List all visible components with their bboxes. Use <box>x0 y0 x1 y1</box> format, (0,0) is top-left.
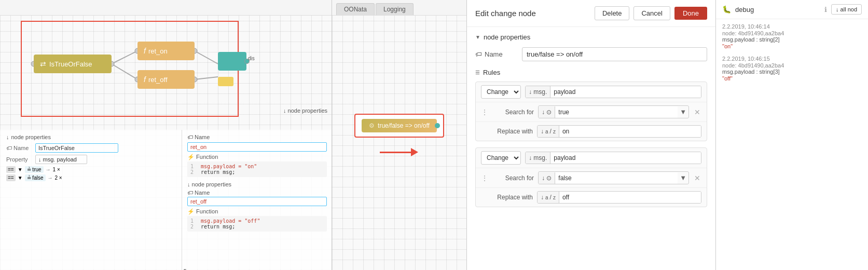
name-label-r: 🏷 Name <box>187 134 327 140</box>
rule-1-msg-group: ↓ msg. <box>525 86 701 98</box>
func-on-node[interactable]: f ret_on <box>137 42 195 60</box>
rule-1-replace-row: Replace with ↓ a/z <box>476 122 707 141</box>
debug-title-area: 🐛 debug <box>722 5 754 14</box>
rule-2-search-input[interactable] <box>555 172 678 184</box>
rule-1-search-row: ⋮ Search for ↓ ⊙ ▼ ✕ <box>476 102 707 122</box>
debug-value-1: "on" <box>722 43 862 49</box>
rule-1-close[interactable]: ✕ <box>693 107 701 117</box>
name-form-label: 🏷 Name <box>475 50 517 58</box>
tab-logging[interactable]: Logging <box>376 3 414 15</box>
edit-header: Edit change node Delete Cancel Done <box>467 0 715 27</box>
drag-handle-1[interactable]: ⋮ <box>481 108 488 116</box>
combined-node-box: ⚙ true/false => on/off <box>354 114 444 138</box>
arrow-container: ⚙ true/false => on/off <box>354 114 444 156</box>
name-label-r2: 🏷 Name <box>187 190 327 196</box>
combined-node-label: true/false => on/off <box>378 122 430 129</box>
debug-key-1: msg.payload : string[2] <box>722 36 862 43</box>
red-arrow <box>380 148 418 156</box>
rule-2-replace-label: Replace with <box>491 194 533 201</box>
rule-1-search-arrow[interactable]: ▼ <box>678 106 688 118</box>
combined-node-icon: ⚙ <box>369 122 375 129</box>
func-label-r2: ⚡ Function <box>187 208 327 215</box>
ret-off-input[interactable] <box>187 197 327 206</box>
debug-node-ref-2: node: 4bd91490,aa2ba4 <box>722 62 862 69</box>
rule-1-replace-input[interactable] <box>559 126 701 137</box>
sw-row-1: == ▼ ≟ true → 1 × <box>6 166 175 173</box>
func-off-node[interactable]: f ret_off <box>137 70 195 89</box>
switch-node-label: IsTrueOrFalse <box>49 60 92 68</box>
name-value[interactable]: IsTrueOrFalse <box>35 143 118 153</box>
code-block-2: 1msg.payload = "off" 2return msg; <box>187 216 327 232</box>
flow-canvas: ⇄ IsTrueOrFalse f ret_on f ret_off dis ↓… <box>0 0 332 270</box>
property-row: Property ↓ msg. payload <box>6 155 175 164</box>
rule-2-close[interactable]: ✕ <box>693 173 701 183</box>
rule-1-msg-prefix[interactable]: ↓ msg. <box>526 86 550 98</box>
rule-1-msg-input[interactable] <box>550 86 701 98</box>
tabs-bar <box>0 0 332 16</box>
edit-body: ▼ node properties 🏷 Name ☰ Rules Change <box>467 27 715 270</box>
rule-2-search-prefix[interactable]: ↓ ⊙ <box>539 172 555 184</box>
rules-label: Rules <box>483 69 500 76</box>
sw-val-1: ≟ true <box>25 166 44 173</box>
chevron-icon: ▼ <box>475 34 480 40</box>
delete-button[interactable]: Delete <box>595 6 630 20</box>
cancel-button[interactable]: Cancel <box>633 6 670 20</box>
debug-value-2: "off" <box>722 75 862 82</box>
rule-1-search-label: Search for <box>492 109 534 116</box>
debug-timestamp-2: 2.2.2019, 10:46:15 <box>722 56 862 62</box>
debug-filter-button[interactable]: ↓ all nod <box>831 4 862 15</box>
property-value[interactable]: ↓ msg. payload <box>35 155 87 164</box>
property-label: Property <box>6 156 32 163</box>
rule-2-msg-group: ↓ msg. <box>525 152 701 164</box>
middle-tabs: OONata Logging <box>332 0 466 16</box>
rule-2-search-arrow[interactable]: ▼ <box>678 172 688 184</box>
combined-node[interactable]: ⚙ true/false => on/off <box>362 119 437 132</box>
rule-2-msg-input[interactable] <box>550 152 701 164</box>
rules-section: ☰ Rules Change ↓ msg. ⋮ Search for <box>475 69 707 207</box>
rule-1-search-prefix[interactable]: ↓ ⊙ <box>539 106 555 118</box>
middle-panel: OONata Logging ⚙ true/false => on/off <box>332 0 467 270</box>
tag-icon: 🏷 <box>475 50 482 58</box>
sw-row-2: == ▼ ≟ false → 2 × <box>6 174 175 181</box>
debug-entry-1: 2.2.2019, 10:46:14 node: 4bd91490,aa2ba4… <box>722 23 862 49</box>
switch-icon: ⇄ <box>40 60 46 68</box>
rule-1-replace-prefix[interactable]: ↓ a/z <box>538 126 559 137</box>
bottom-right-panel: ↺ ↻ 🏷 Name ⚡ Function 1msg.payload = "on… <box>182 130 332 270</box>
func-on-icon: f <box>144 47 146 55</box>
node-props-title: node properties <box>11 134 51 140</box>
ret-on-input[interactable] <box>187 142 327 152</box>
debug-timestamp-1: 2.2.2019, 10:46:14 <box>722 23 862 30</box>
rule-1-type-select[interactable]: Change <box>481 85 521 99</box>
rule-2-replace-group: ↓ a/z <box>537 191 701 204</box>
node-props-section: ↓ node properties <box>6 134 175 140</box>
filter-label: all nod <box>841 6 857 12</box>
debug-header: 🐛 debug ℹ ↓ all nod <box>716 0 868 19</box>
debug-key-2: msg.payload : string[3] <box>722 69 862 75</box>
rules-icon: ☰ <box>475 70 480 75</box>
name-form-input[interactable] <box>522 47 707 61</box>
bottom-content: ↓ node properties 🏷 Name IsTrueOrFalse P… <box>0 130 332 270</box>
drag-handle-2[interactable]: ⋮ <box>481 174 488 182</box>
rule-2-replace-row: Replace with ↓ a/z <box>476 187 707 207</box>
rule-2-search-row: ⋮ Search for ↓ ⊙ ▼ ✕ <box>476 168 707 187</box>
node-props-label-top: ↓ node properties <box>279 106 332 115</box>
rotate-icon-1: ↺ <box>181 267 187 270</box>
info-icon[interactable]: ℹ <box>824 6 827 14</box>
switch-node[interactable]: ⇄ IsTrueOrFalse <box>34 55 112 73</box>
rule-2-replace-input[interactable] <box>559 192 701 203</box>
rule-1-search-input[interactable] <box>555 106 678 118</box>
done-button[interactable]: Done <box>674 7 707 20</box>
rule-2-type-select[interactable]: Change <box>481 151 521 165</box>
debug-body: 2.2.2019, 10:46:14 node: 4bd91490,aa2ba4… <box>716 19 868 270</box>
rule-2-type-row: Change ↓ msg. <box>476 148 707 168</box>
rule-2-msg-prefix[interactable]: ↓ msg. <box>526 152 550 164</box>
name-row: 🏷 Name IsTrueOrFalse <box>6 143 175 153</box>
node-props-2-title: ↓ node properties <box>187 181 327 187</box>
rule-1-replace-label: Replace with <box>491 128 533 135</box>
sw-num-1: 1 × <box>53 167 60 172</box>
sw-num-2: 2 × <box>55 175 62 181</box>
debug-icon: 🐛 <box>722 5 731 14</box>
rule-2-replace-prefix[interactable]: ↓ a/z <box>538 192 559 203</box>
tab-oonata[interactable]: OONata <box>336 3 375 15</box>
name-form-row: 🏷 Name <box>475 47 707 61</box>
